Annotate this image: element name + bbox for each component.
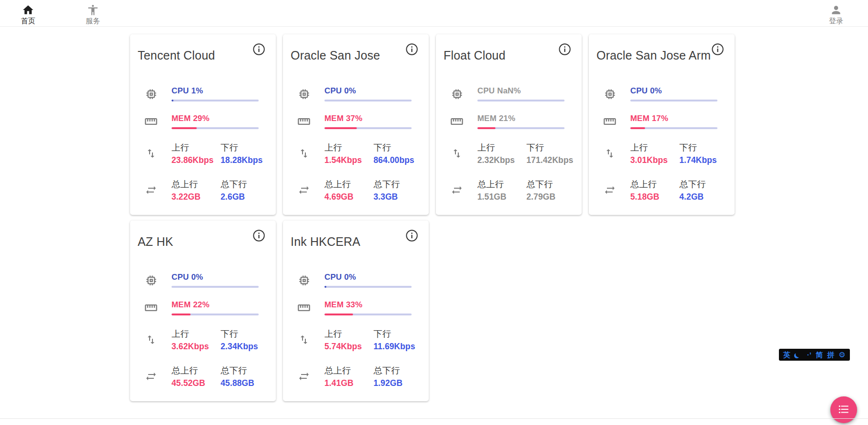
upload-col: 上行 23.86Kbps <box>172 142 221 165</box>
nav-item-services[interactable]: 服务 <box>77 2 109 25</box>
mem-gauge: MEM 33% <box>324 300 412 315</box>
speed-row: 上行 2.32Kbps 下行 171.42Kbps <box>436 142 582 165</box>
download-col: 下行 1.74Kbps <box>679 142 728 165</box>
server-stats: CPU 0% MEM 33% 上行 5.74Kb <box>283 273 429 388</box>
download-speed: 11.69Kbps <box>373 342 423 352</box>
mem-usage-label: MEM 37% <box>324 114 412 123</box>
server-stats: CPU 0% MEM 17% 上行 3.01Kb <box>589 86 735 202</box>
total-upload-label: 总上行 <box>172 178 221 190</box>
cpu-usage-label: CPU 0% <box>630 86 717 96</box>
total-upload-value: 4.69GB <box>324 192 373 202</box>
cpu-row: CPU 0% <box>130 273 276 288</box>
mem-progress-bar <box>630 127 717 129</box>
server-stats: CPU 0% MEM 22% 上行 3.62Kb <box>130 273 276 388</box>
cpu-row: CPU 0% <box>283 86 429 101</box>
swap-arrows-icon <box>297 184 311 196</box>
total-row: 总上行 3.22GB 总下行 2.6GB <box>130 178 276 202</box>
upload-label: 上行 <box>172 142 221 153</box>
download-speed: 1.74Kbps <box>679 155 728 165</box>
server-list-fab[interactable] <box>830 396 857 423</box>
mem-progress-bar <box>172 127 259 129</box>
cpu-chip-icon <box>144 88 158 101</box>
moon-icon[interactable] <box>796 351 802 357</box>
server-card: Ink HKCERA CPU 0% MEM 33% <box>283 221 429 401</box>
updown-arrows-icon <box>297 334 311 345</box>
updown-arrows-icon <box>297 148 311 159</box>
mem-ruler-icon <box>297 115 311 128</box>
accessibility-icon <box>87 4 99 16</box>
upload-col: 上行 2.32Kbps <box>477 142 526 165</box>
download-speed: 171.42Kbps <box>526 155 575 165</box>
upload-speed: 3.62Kbps <box>172 342 221 352</box>
updown-arrows-icon <box>144 148 158 159</box>
cpu-row: CPU 1% <box>130 86 276 101</box>
total-download-col: 总下行 3.3GB <box>373 178 423 202</box>
top-nav: 首页 服务 登录 <box>0 0 868 27</box>
ime-punctuation-toggle[interactable]: ·’ <box>807 349 811 361</box>
total-download-label: 总下行 <box>373 178 423 190</box>
nav-item-label: 首页 <box>21 17 35 25</box>
upload-label: 上行 <box>172 328 221 340</box>
nav-item-login[interactable]: 登录 <box>820 2 852 25</box>
server-card: AZ HK CPU 0% MEM 22% <box>130 221 276 401</box>
total-download-col: 总下行 2.6GB <box>221 178 270 202</box>
mem-ruler-icon <box>603 115 616 128</box>
cpu-chip-icon <box>144 274 158 287</box>
cpu-row: CPU NaN% <box>436 86 582 101</box>
cpu-progress-bar <box>630 100 717 101</box>
total-download-col: 总下行 45.88GB <box>221 364 270 388</box>
gear-icon[interactable]: ⚙ <box>838 349 845 361</box>
total-upload-col: 总上行 3.22GB <box>172 178 221 202</box>
info-icon[interactable] <box>252 229 265 243</box>
download-label: 下行 <box>526 142 575 153</box>
info-icon[interactable] <box>558 43 571 56</box>
cpu-gauge: CPU 1% <box>172 86 259 101</box>
upload-speed: 2.32Kbps <box>477 155 526 165</box>
nav-right-group: 登录 <box>820 2 852 25</box>
total-upload-col: 总上行 5.18GB <box>630 178 679 202</box>
cpu-usage-label: CPU 0% <box>324 86 412 96</box>
total-upload-value: 45.52GB <box>172 378 221 388</box>
ime-simplified-toggle[interactable]: 简 <box>816 349 823 361</box>
mem-row: MEM 37% <box>283 114 429 129</box>
speed-row: 上行 1.54Kbps 下行 864.00bps <box>283 142 429 165</box>
upload-speed: 23.86Kbps <box>172 155 221 165</box>
swap-arrows-icon <box>144 371 158 382</box>
download-label: 下行 <box>679 142 728 153</box>
list-icon <box>838 403 850 417</box>
mem-usage-label: MEM 17% <box>630 114 717 123</box>
total-upload-value: 3.22GB <box>172 192 221 202</box>
download-label: 下行 <box>221 142 270 153</box>
server-stats: CPU NaN% MEM 21% 上行 2.32 <box>436 86 582 202</box>
info-icon[interactable] <box>405 43 418 56</box>
cpu-usage-label: CPU 0% <box>172 273 259 282</box>
cpu-gauge: CPU 0% <box>324 86 412 101</box>
total-upload-col: 总上行 45.52GB <box>172 364 221 388</box>
total-upload-col: 总上行 1.51GB <box>477 178 526 202</box>
info-icon[interactable] <box>711 43 724 56</box>
mem-progress-bar <box>172 314 259 315</box>
info-icon[interactable] <box>405 229 418 243</box>
server-card: Oracle San Jose CPU 0% MEM 37% <box>283 34 429 215</box>
mem-gauge: MEM 22% <box>172 300 259 315</box>
info-icon[interactable] <box>252 43 265 56</box>
total-upload-col: 总上行 1.41GB <box>324 364 373 388</box>
swap-arrows-icon <box>297 371 311 382</box>
cpu-usage-label: CPU NaN% <box>477 86 565 96</box>
server-stats: CPU 0% MEM 37% 上行 1.54Kb <box>283 86 429 202</box>
ime-lang-toggle[interactable]: 英 <box>783 349 790 361</box>
total-download-label: 总下行 <box>526 178 575 190</box>
ime-pinyin-mode[interactable]: 拼 <box>827 349 834 361</box>
cpu-progress-bar <box>324 286 412 288</box>
download-col: 下行 18.28Kbps <box>221 142 270 165</box>
total-row: 总上行 1.51GB 总下行 2.79GB <box>436 178 582 202</box>
total-download-col: 总下行 4.2GB <box>679 178 728 202</box>
upload-speed: 1.54Kbps <box>324 155 373 165</box>
download-label: 下行 <box>373 328 423 340</box>
total-upload-value: 5.18GB <box>630 192 679 202</box>
download-col: 下行 2.34Kbps <box>221 328 270 352</box>
cpu-row: CPU 0% <box>283 273 429 288</box>
nav-item-home[interactable]: 首页 <box>12 2 44 25</box>
mem-gauge: MEM 17% <box>630 114 717 129</box>
total-upload-label: 总上行 <box>172 364 221 376</box>
